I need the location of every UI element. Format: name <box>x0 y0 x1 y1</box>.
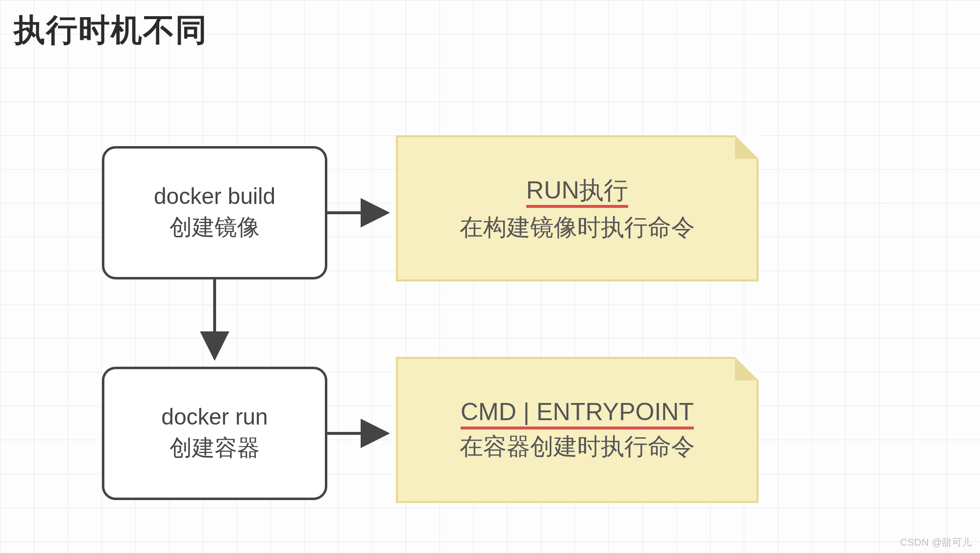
note-sub: 在容器创建时执行命令 <box>460 431 695 462</box>
note-headline: CMD | ENTRYPOINT <box>461 398 694 426</box>
box-line1: docker build <box>154 183 275 209</box>
box-docker-run: docker run 创建容器 <box>102 367 327 500</box>
note-headline-text: CMD | ENTRYPOINT <box>461 398 694 429</box>
note-headline: RUN执行 <box>526 174 628 207</box>
note-headline-text: RUN执行 <box>526 176 628 208</box>
box-line2: 创建容器 <box>170 433 260 463</box>
box-line2: 创建镜像 <box>170 212 260 243</box>
watermark: CSDN @甜可儿 <box>900 536 972 549</box>
note-run: RUN执行 在构建镜像时执行命令 <box>396 135 759 281</box>
diagram-title: 执行时机不同 <box>14 9 208 51</box>
box-docker-build: docker build 创建镜像 <box>102 146 327 279</box>
note-sub: 在构建镜像时执行命令 <box>460 212 695 243</box>
box-line1: docker run <box>161 403 268 430</box>
note-cmd-entrypoint: CMD | ENTRYPOINT 在容器创建时执行命令 <box>396 357 759 503</box>
